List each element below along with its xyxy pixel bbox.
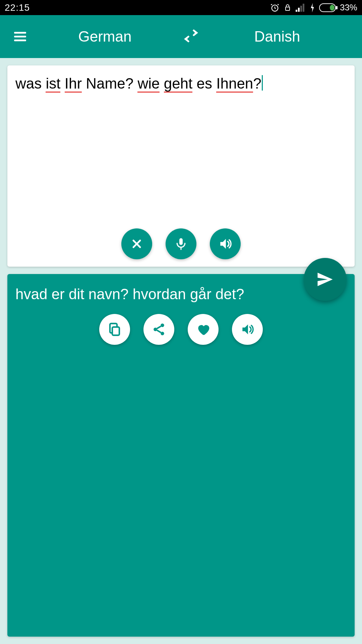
input-word: Name? (86, 75, 137, 92)
text-cursor (262, 75, 263, 91)
favorite-button[interactable] (188, 314, 219, 345)
svg-rect-10 (14, 36, 26, 37)
copy-button[interactable] (99, 314, 130, 345)
svg-rect-3 (298, 8, 300, 12)
svg-rect-9 (14, 32, 26, 34)
target-actions (7, 314, 355, 354)
source-actions (7, 228, 355, 267)
svg-point-15 (161, 324, 164, 327)
microphone-icon (174, 237, 188, 251)
svg-rect-2 (296, 10, 297, 12)
speaker-icon (218, 236, 233, 251)
share-icon (152, 322, 166, 336)
speaker-icon (240, 322, 255, 337)
swap-languages-button[interactable] (178, 26, 204, 47)
clear-button[interactable] (121, 228, 152, 259)
input-word: ? (253, 75, 261, 92)
signal-icon (296, 4, 306, 12)
input-word (160, 75, 164, 92)
lock-icon (284, 3, 292, 12)
menu-button[interactable] (12, 29, 32, 45)
input-word (82, 75, 86, 92)
translate-button[interactable] (304, 258, 347, 301)
input-word: Ihr (65, 75, 82, 93)
svg-rect-4 (300, 6, 302, 12)
content-area: was ist Ihr Name? wie geht es Ihnen? (0, 58, 362, 644)
source-text-input[interactable]: was ist Ihr Name? wie geht es Ihnen? (7, 65, 355, 228)
input-word: ist (46, 75, 60, 93)
svg-rect-1 (286, 7, 290, 10)
send-icon (315, 269, 335, 289)
source-language[interactable]: German (32, 28, 178, 45)
status-time: 22:15 (5, 2, 30, 13)
status-bar: 22:15 (0, 0, 362, 15)
svg-rect-5 (303, 4, 304, 12)
status-icons: 33% (270, 2, 357, 13)
input-word: Ihnen (216, 75, 253, 93)
svg-rect-11 (14, 40, 26, 41)
speak-target-button[interactable] (232, 314, 263, 345)
target-language[interactable]: Danish (204, 28, 350, 45)
copy-icon (108, 322, 122, 336)
charging-icon (310, 3, 315, 12)
svg-point-14 (154, 328, 157, 331)
speak-source-button[interactable] (210, 228, 241, 259)
menu-icon (12, 29, 28, 45)
input-word (192, 75, 196, 92)
svg-point-16 (161, 332, 164, 335)
mic-button[interactable] (166, 228, 196, 259)
svg-rect-8 (330, 5, 335, 11)
swap-icon (182, 26, 200, 45)
source-text-card: was ist Ihr Name? wie geht es Ihnen? (7, 65, 355, 267)
input-word: was (15, 75, 42, 92)
input-word: geht (164, 75, 193, 93)
target-text-card: hvad er dit navn? hvordan går det? (7, 274, 355, 637)
share-button[interactable] (143, 314, 174, 345)
input-word (60, 75, 64, 92)
input-word: wie (137, 75, 160, 93)
input-word: es (197, 75, 217, 92)
heart-icon (196, 322, 210, 337)
alarm-icon (270, 3, 280, 12)
svg-rect-7 (336, 6, 338, 9)
input-word (42, 75, 46, 92)
app-header: German Danish (0, 15, 362, 58)
svg-rect-12 (179, 238, 183, 245)
battery-icon (319, 3, 338, 12)
close-icon (130, 237, 143, 251)
battery-percent: 33% (340, 2, 357, 13)
svg-rect-13 (112, 327, 119, 335)
target-text: hvad er dit navn? hvordan går det? (7, 274, 355, 314)
